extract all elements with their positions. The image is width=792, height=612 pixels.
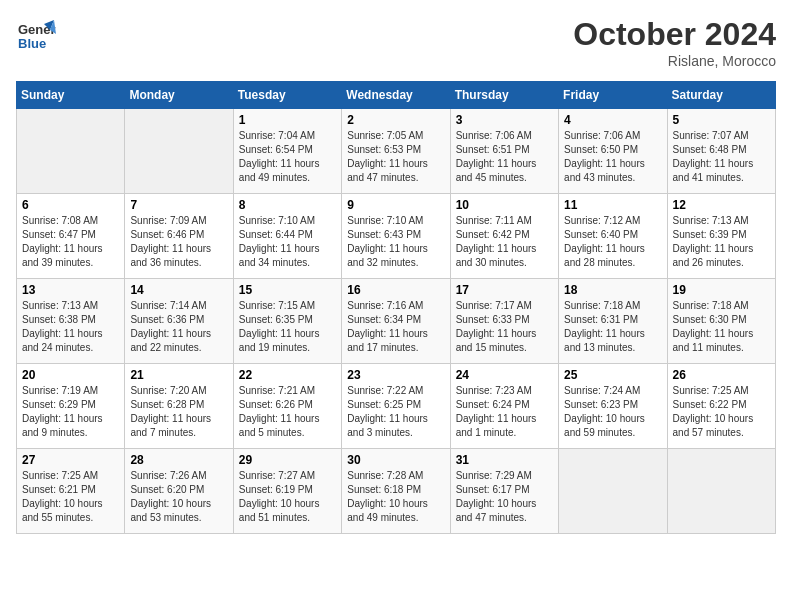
calendar-cell: 28 Sunrise: 7:26 AM Sunset: 6:20 PM Dayl… <box>125 449 233 534</box>
calendar-cell: 12 Sunrise: 7:13 AM Sunset: 6:39 PM Dayl… <box>667 194 775 279</box>
day-info: Sunrise: 7:16 AM Sunset: 6:34 PM Dayligh… <box>347 299 444 355</box>
calendar-cell: 14 Sunrise: 7:14 AM Sunset: 6:36 PM Dayl… <box>125 279 233 364</box>
day-number: 11 <box>564 198 661 212</box>
daylight-text: Daylight: 11 hours and 11 minutes. <box>673 328 754 353</box>
weekday-header-friday: Friday <box>559 82 667 109</box>
calendar-cell: 27 Sunrise: 7:25 AM Sunset: 6:21 PM Dayl… <box>17 449 125 534</box>
day-number: 4 <box>564 113 661 127</box>
day-number: 9 <box>347 198 444 212</box>
sunset-text: Sunset: 6:36 PM <box>130 314 204 325</box>
day-number: 12 <box>673 198 770 212</box>
day-number: 23 <box>347 368 444 382</box>
daylight-text: Daylight: 11 hours and 32 minutes. <box>347 243 428 268</box>
sunset-text: Sunset: 6:39 PM <box>673 229 747 240</box>
sunset-text: Sunset: 6:28 PM <box>130 399 204 410</box>
calendar-cell: 30 Sunrise: 7:28 AM Sunset: 6:18 PM Dayl… <box>342 449 450 534</box>
day-number: 3 <box>456 113 553 127</box>
sunrise-text: Sunrise: 7:22 AM <box>347 385 423 396</box>
sunset-text: Sunset: 6:38 PM <box>22 314 96 325</box>
logo: General Blue <box>16 16 56 60</box>
daylight-text: Daylight: 11 hours and 5 minutes. <box>239 413 320 438</box>
calendar-cell: 5 Sunrise: 7:07 AM Sunset: 6:48 PM Dayli… <box>667 109 775 194</box>
sunrise-text: Sunrise: 7:24 AM <box>564 385 640 396</box>
daylight-text: Daylight: 11 hours and 49 minutes. <box>239 158 320 183</box>
sunset-text: Sunset: 6:23 PM <box>564 399 638 410</box>
sunset-text: Sunset: 6:26 PM <box>239 399 313 410</box>
day-info: Sunrise: 7:29 AM Sunset: 6:17 PM Dayligh… <box>456 469 553 525</box>
day-info: Sunrise: 7:25 AM Sunset: 6:21 PM Dayligh… <box>22 469 119 525</box>
sunset-text: Sunset: 6:33 PM <box>456 314 530 325</box>
calendar-cell: 11 Sunrise: 7:12 AM Sunset: 6:40 PM Dayl… <box>559 194 667 279</box>
logo-icon: General Blue <box>16 16 56 60</box>
sunset-text: Sunset: 6:44 PM <box>239 229 313 240</box>
calendar-cell: 29 Sunrise: 7:27 AM Sunset: 6:19 PM Dayl… <box>233 449 341 534</box>
daylight-text: Daylight: 11 hours and 36 minutes. <box>130 243 211 268</box>
daylight-text: Daylight: 11 hours and 22 minutes. <box>130 328 211 353</box>
daylight-text: Daylight: 11 hours and 34 minutes. <box>239 243 320 268</box>
calendar-cell: 23 Sunrise: 7:22 AM Sunset: 6:25 PM Dayl… <box>342 364 450 449</box>
sunset-text: Sunset: 6:50 PM <box>564 144 638 155</box>
day-number: 19 <box>673 283 770 297</box>
day-info: Sunrise: 7:08 AM Sunset: 6:47 PM Dayligh… <box>22 214 119 270</box>
daylight-text: Daylight: 11 hours and 24 minutes. <box>22 328 103 353</box>
calendar-cell: 22 Sunrise: 7:21 AM Sunset: 6:26 PM Dayl… <box>233 364 341 449</box>
sunset-text: Sunset: 6:35 PM <box>239 314 313 325</box>
day-number: 22 <box>239 368 336 382</box>
daylight-text: Daylight: 11 hours and 1 minute. <box>456 413 537 438</box>
sunset-text: Sunset: 6:34 PM <box>347 314 421 325</box>
sunset-text: Sunset: 6:42 PM <box>456 229 530 240</box>
sunset-text: Sunset: 6:48 PM <box>673 144 747 155</box>
sunrise-text: Sunrise: 7:16 AM <box>347 300 423 311</box>
sunrise-text: Sunrise: 7:08 AM <box>22 215 98 226</box>
day-number: 18 <box>564 283 661 297</box>
day-info: Sunrise: 7:18 AM Sunset: 6:30 PM Dayligh… <box>673 299 770 355</box>
daylight-text: Daylight: 11 hours and 41 minutes. <box>673 158 754 183</box>
calendar-cell: 26 Sunrise: 7:25 AM Sunset: 6:22 PM Dayl… <box>667 364 775 449</box>
sunrise-text: Sunrise: 7:14 AM <box>130 300 206 311</box>
week-row-2: 6 Sunrise: 7:08 AM Sunset: 6:47 PM Dayli… <box>17 194 776 279</box>
day-info: Sunrise: 7:05 AM Sunset: 6:53 PM Dayligh… <box>347 129 444 185</box>
day-info: Sunrise: 7:19 AM Sunset: 6:29 PM Dayligh… <box>22 384 119 440</box>
sunrise-text: Sunrise: 7:04 AM <box>239 130 315 141</box>
daylight-text: Daylight: 10 hours and 57 minutes. <box>673 413 754 438</box>
daylight-text: Daylight: 11 hours and 13 minutes. <box>564 328 645 353</box>
daylight-text: Daylight: 10 hours and 49 minutes. <box>347 498 428 523</box>
calendar-cell: 2 Sunrise: 7:05 AM Sunset: 6:53 PM Dayli… <box>342 109 450 194</box>
sunset-text: Sunset: 6:46 PM <box>130 229 204 240</box>
sunrise-text: Sunrise: 7:19 AM <box>22 385 98 396</box>
daylight-text: Daylight: 11 hours and 47 minutes. <box>347 158 428 183</box>
day-number: 1 <box>239 113 336 127</box>
day-info: Sunrise: 7:09 AM Sunset: 6:46 PM Dayligh… <box>130 214 227 270</box>
day-number: 21 <box>130 368 227 382</box>
page-header: General Blue October 2024 Rislane, Moroc… <box>16 16 776 69</box>
week-row-3: 13 Sunrise: 7:13 AM Sunset: 6:38 PM Dayl… <box>17 279 776 364</box>
calendar-cell: 9 Sunrise: 7:10 AM Sunset: 6:43 PM Dayli… <box>342 194 450 279</box>
calendar-cell <box>125 109 233 194</box>
calendar-body: 1 Sunrise: 7:04 AM Sunset: 6:54 PM Dayli… <box>17 109 776 534</box>
calendar-table: SundayMondayTuesdayWednesdayThursdayFrid… <box>16 81 776 534</box>
day-number: 24 <box>456 368 553 382</box>
sunrise-text: Sunrise: 7:13 AM <box>22 300 98 311</box>
daylight-text: Daylight: 11 hours and 17 minutes. <box>347 328 428 353</box>
daylight-text: Daylight: 11 hours and 43 minutes. <box>564 158 645 183</box>
sunset-text: Sunset: 6:54 PM <box>239 144 313 155</box>
daylight-text: Daylight: 10 hours and 47 minutes. <box>456 498 537 523</box>
sunrise-text: Sunrise: 7:23 AM <box>456 385 532 396</box>
daylight-text: Daylight: 10 hours and 51 minutes. <box>239 498 320 523</box>
day-number: 29 <box>239 453 336 467</box>
calendar-cell <box>667 449 775 534</box>
calendar-cell: 10 Sunrise: 7:11 AM Sunset: 6:42 PM Dayl… <box>450 194 558 279</box>
day-info: Sunrise: 7:23 AM Sunset: 6:24 PM Dayligh… <box>456 384 553 440</box>
sunrise-text: Sunrise: 7:10 AM <box>347 215 423 226</box>
sunrise-text: Sunrise: 7:25 AM <box>673 385 749 396</box>
day-number: 10 <box>456 198 553 212</box>
day-info: Sunrise: 7:26 AM Sunset: 6:20 PM Dayligh… <box>130 469 227 525</box>
month-title: October 2024 <box>573 16 776 53</box>
sunrise-text: Sunrise: 7:05 AM <box>347 130 423 141</box>
sunset-text: Sunset: 6:40 PM <box>564 229 638 240</box>
calendar-cell: 13 Sunrise: 7:13 AM Sunset: 6:38 PM Dayl… <box>17 279 125 364</box>
sunset-text: Sunset: 6:30 PM <box>673 314 747 325</box>
sunrise-text: Sunrise: 7:10 AM <box>239 215 315 226</box>
day-info: Sunrise: 7:14 AM Sunset: 6:36 PM Dayligh… <box>130 299 227 355</box>
location-subtitle: Rislane, Morocco <box>573 53 776 69</box>
